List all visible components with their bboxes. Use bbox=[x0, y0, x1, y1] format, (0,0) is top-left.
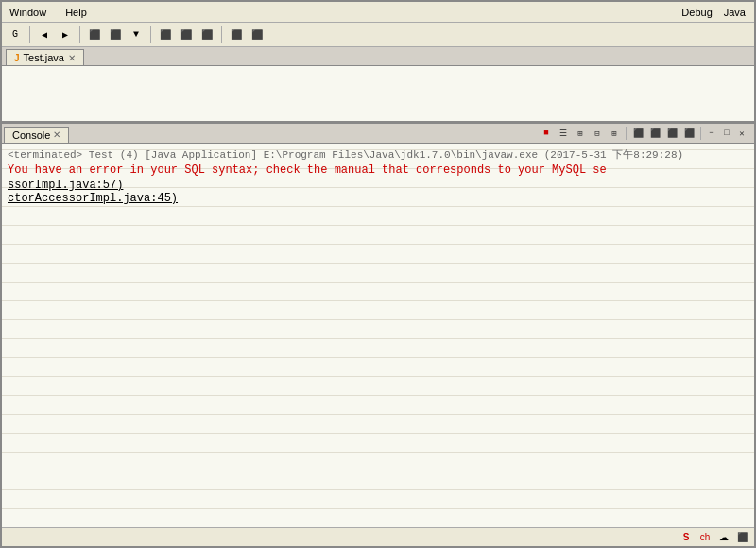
ide-window: Window Help Debug Java G ◀ ▶ ⬛ ⬛ ▼ ⬛ ⬛ ⬛… bbox=[0, 0, 756, 548]
toolbar-sep4 bbox=[221, 26, 222, 43]
toolbar-btn8[interactable]: ⬛ bbox=[248, 26, 266, 44]
console-stop-icon[interactable]: ■ bbox=[539, 126, 554, 141]
status-icon-ch: ch bbox=[697, 530, 713, 545]
toolbar-g-btn[interactable]: G bbox=[6, 26, 25, 44]
editor-tab-label: Test.java bbox=[24, 52, 64, 63]
toolbar-btn1[interactable]: ⬛ bbox=[85, 26, 104, 44]
console-error-line: You have an error in your SQL syntax; ch… bbox=[8, 163, 748, 177]
toolbar-sep3 bbox=[150, 26, 151, 43]
console-icon2[interactable]: ⊟ bbox=[590, 126, 605, 141]
console-tab-left: Console ✕ bbox=[4, 126, 69, 142]
toolbar-btn6[interactable]: ⬛ bbox=[198, 26, 216, 44]
toolbar-sep2 bbox=[79, 26, 80, 43]
menu-bar: Window Help Debug Java bbox=[2, 2, 754, 23]
console-panel: Console ✕ ■ ☰ ⊞ ⊟ ⊞ ⬛ ⬛ ⬛ ⬛ bbox=[2, 123, 754, 527]
editor-area bbox=[2, 66, 754, 123]
console-sep2 bbox=[700, 127, 701, 140]
console-icon7[interactable]: ⬛ bbox=[681, 126, 696, 141]
status-icon-misc: ⬛ bbox=[735, 530, 750, 545]
status-icon-cloud: ☁ bbox=[716, 530, 731, 545]
toolbar-btn7[interactable]: ⬛ bbox=[227, 26, 246, 44]
editor-tab-close[interactable]: ✕ bbox=[68, 53, 76, 63]
console-stack-link2[interactable]: ctorAccessorImpl.java:45) bbox=[8, 192, 178, 205]
console-icon4[interactable]: ⬛ bbox=[630, 126, 645, 141]
debug-btn[interactable]: Debug bbox=[677, 3, 716, 22]
console-clear-icon[interactable]: ☰ bbox=[556, 126, 571, 141]
console-terminated-info: <terminated> Test (4) [Java Application]… bbox=[8, 147, 748, 162]
editor-tab-test-java[interactable]: J Test.java ✕ bbox=[6, 49, 84, 65]
toolbar-btn2[interactable]: ⬛ bbox=[106, 26, 125, 44]
console-minimize-btn[interactable]: − bbox=[705, 127, 718, 140]
console-icon6[interactable]: ⬛ bbox=[664, 126, 679, 141]
java-btn[interactable]: Java bbox=[719, 3, 750, 22]
console-maximize-btn[interactable]: □ bbox=[720, 127, 733, 140]
console-stack-line2[interactable]: ctorAccessorImpl.java:45) bbox=[8, 192, 748, 205]
console-tab-icons: ■ ☰ ⊞ ⊟ ⊞ ⬛ ⬛ ⬛ ⬛ − □ ✕ bbox=[539, 126, 752, 141]
menu-help[interactable]: Help bbox=[61, 5, 91, 20]
console-icon5[interactable]: ⬛ bbox=[647, 126, 662, 141]
toolbar-btn3[interactable]: ▼ bbox=[127, 26, 146, 44]
toolbar-back-btn[interactable]: ◀ bbox=[35, 26, 54, 44]
console-stack-line1[interactable]: ssorImpl.java:57) bbox=[8, 179, 748, 192]
editor-tab-icon: J bbox=[14, 53, 20, 63]
menu-window[interactable]: Window bbox=[6, 5, 50, 20]
toolbar-right-area: Debug Java bbox=[677, 3, 750, 22]
editor-tab-bar: J Test.java ✕ bbox=[2, 47, 754, 66]
console-icon3[interactable]: ⊞ bbox=[607, 126, 622, 141]
status-bar: S ch ☁ ⬛ bbox=[2, 527, 754, 546]
console-sep1 bbox=[626, 127, 627, 140]
console-tab[interactable]: Console ✕ bbox=[4, 127, 69, 143]
toolbar-btn5[interactable]: ⬛ bbox=[177, 26, 196, 44]
toolbar: G ◀ ▶ ⬛ ⬛ ▼ ⬛ ⬛ ⬛ ⬛ ⬛ bbox=[2, 23, 754, 47]
console-tab-label: Console bbox=[12, 129, 50, 141]
console-close-btn[interactable]: ✕ bbox=[735, 127, 748, 140]
toolbar-btn4[interactable]: ⬛ bbox=[156, 26, 175, 44]
console-icon1[interactable]: ⊞ bbox=[573, 126, 588, 141]
console-tab-close[interactable]: ✕ bbox=[53, 129, 60, 140]
console-tab-bar: Console ✕ ■ ☰ ⊞ ⊟ ⊞ ⬛ ⬛ ⬛ ⬛ bbox=[2, 123, 754, 144]
toolbar-forward-btn[interactable]: ▶ bbox=[56, 26, 75, 44]
status-icon-s: S bbox=[679, 530, 694, 545]
console-stack-link1[interactable]: ssorImpl.java:57) bbox=[8, 179, 123, 192]
console-content: <terminated> Test (4) [Java Application]… bbox=[2, 144, 754, 527]
toolbar-sep1 bbox=[29, 26, 30, 43]
main-area: Console ✕ ■ ☰ ⊞ ⊟ ⊞ ⬛ ⬛ ⬛ ⬛ bbox=[2, 66, 754, 527]
